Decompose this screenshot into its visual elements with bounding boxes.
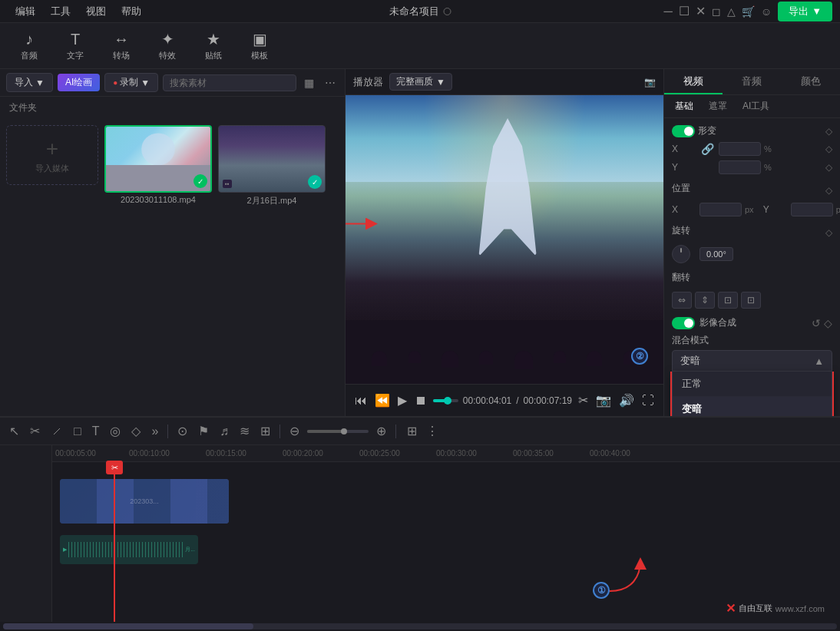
timeline-tool-mark[interactable]: ⚑ [195,424,212,438]
transform-x-reset[interactable]: ◇ [825,144,832,154]
position-header-row: 位置 ◇ [672,182,832,198]
timeline-tool-circle[interactable]: ◎ [107,424,124,438]
timeline-tool-diamond[interactable]: ◇ [128,424,144,438]
media-grid: + 导入媒体 ✓ 202303011108.mp4 [0,119,345,416]
transform-label: 形变 [698,124,822,137]
menu-item-help[interactable]: 帮助 [114,5,149,18]
timeline-scrollbar[interactable] [3,623,837,629]
preview-arrow [346,215,378,236]
tl-sep-1 [167,425,168,438]
rotation-header-row: 旋转 ◇ [672,224,832,240]
ai-btn-label: AI绘画 [65,77,92,88]
flip-4-button[interactable]: ⊡ [741,292,761,309]
zoom-slider[interactable] [307,430,369,433]
flip-3-button[interactable]: ⊡ [718,292,738,309]
step-back-button[interactable]: ⏪ [373,393,392,408]
link-icon[interactable]: 🔗 [701,143,714,155]
tool-templates[interactable]: ▣ 模板 [238,27,281,65]
subtab-mask[interactable]: 遮罩 [704,98,732,114]
subtab-ai[interactable]: AI工具 [738,98,774,114]
stop-button[interactable]: ⏹ [413,394,428,408]
blend-toggle[interactable] [672,317,695,329]
import-button[interactable]: 导入 ▼ [6,73,53,92]
position-reset-icon[interactable]: ◇ [825,185,832,196]
crop-button[interactable]: ✂ [577,393,590,408]
tool-transition[interactable]: ↔ 转场 [100,27,143,65]
close-icon[interactable]: ✕ [696,4,706,18]
more-icon[interactable]: ⋯ [322,77,339,89]
timeline-tool-rect[interactable]: □ [71,425,84,438]
tool-text[interactable]: T 文字 [54,27,97,65]
rotation-dial[interactable] [672,245,690,263]
audio-waveform-vis [68,542,184,557]
tool-effects[interactable]: ✦ 特效 [146,27,189,65]
timeline-tool-cut[interactable]: ✂ [27,424,43,438]
skip-back-button[interactable]: ⏮ [353,394,369,408]
tab-color[interactable]: 颜色 [782,69,840,94]
filter-icon[interactable]: ▦ [301,77,317,89]
transform-y-reset[interactable]: ◇ [825,162,832,173]
snapshot-button[interactable]: 📷 [594,393,613,408]
blend-more-icon[interactable]: ◇ [824,317,832,329]
menu-item-edit[interactable]: 编辑 [8,5,43,18]
timeline-tool-plus[interactable]: ⊕ [373,424,389,438]
audio-track[interactable]: ▶ 月... [60,535,198,564]
record-button[interactable]: ● 录制 ▼ [104,73,158,92]
video-preview: ② [346,95,663,384]
search-input[interactable] [163,74,296,91]
timeline-tool-text[interactable]: T [89,425,103,438]
pos-x-input[interactable]: 0.00 [699,203,742,216]
pos-y-input[interactable]: 0.00 [791,203,833,216]
progress-bar[interactable] [433,399,458,402]
transform-y-input[interactable]: 100.00 [719,160,761,174]
volume-button[interactable]: 🔊 [617,393,636,408]
timeline-tool-arrow[interactable]: ↖ [6,424,22,438]
timeline-tool-snap[interactable]: ⊙ [174,424,190,438]
window-icon-1: ◻ [712,5,721,18]
flip-section: 翻转 ⇔ ⇕ ⊡ ⊡ [672,271,832,309]
timeline-tool-audio[interactable]: ♬ [217,425,232,438]
ai-paint-button[interactable]: AI绘画 [58,74,100,91]
grid-view-button[interactable]: ⊞ [407,424,417,438]
video-background: ② [346,95,663,384]
rotation-section: 旋转 ◇ 0.00° [672,224,832,263]
subtab-basic[interactable]: 基础 [670,98,698,114]
tab-video[interactable]: 视频 [664,69,723,94]
media-item-1[interactable]: ✓ 202303011108.mp4 [104,125,212,410]
transform-toggle[interactable] [672,125,695,137]
time-separator: / [516,395,518,406]
blend-dropdown-trigger[interactable]: 变暗 ▲ [672,350,832,372]
blend-option-normal[interactable]: 正常 [673,372,832,397]
blend-option-darken[interactable]: 变暗 [673,397,832,416]
timeline-tool-more[interactable]: » [148,425,161,438]
timeline-tool-minus[interactable]: ⊖ [286,424,303,438]
fullscreen-button[interactable]: ⛶ [640,394,656,408]
time-current: 00:00:04:01 [463,395,511,406]
video-track-1[interactable]: 202303... [60,479,229,524]
transform-x-input[interactable]: 100.00 [719,142,761,156]
timeline-tool-grid[interactable]: ≋ [236,424,253,438]
tool-stickers[interactable]: ★ 贴纸 [192,27,235,65]
quality-select[interactable]: 完整画质 ▼ [389,73,452,91]
maximize-icon[interactable]: ☐ [679,4,690,18]
timeline-ruler: 00:00:05:00 00:00:10:00 00:00:15:00 00:0… [52,445,840,462]
more-options-button[interactable]: ⋮ [426,424,438,438]
flip-v-button[interactable]: ⇕ [695,292,715,309]
blend-reset-icon[interactable]: ↺ [812,317,821,329]
timeline-tool-split[interactable]: ⊞ [257,424,273,438]
flip-h-button[interactable]: ⇔ [672,292,692,309]
export-button[interactable]: 导出 ▼ [778,2,832,21]
transform-reset-icon[interactable]: ◇ [825,126,832,137]
rotation-reset-icon[interactable]: ◇ [825,227,832,238]
add-media-button[interactable]: + 导入媒体 [6,125,98,185]
play-button[interactable]: ▶ [396,393,408,408]
tool-audio[interactable]: ♪ 音频 [8,27,51,65]
timeline-tool-select[interactable]: ⟋ [48,425,66,438]
tab-audio[interactable]: 音频 [723,69,781,94]
transform-header-row: 形变 ◇ [672,124,832,137]
preview-image-icon[interactable]: 📷 [644,77,656,88]
menu-item-tools[interactable]: 工具 [43,5,78,18]
menu-item-view[interactable]: 视图 [78,5,114,18]
minimize-icon[interactable]: ─ [663,5,672,18]
media-item-2[interactable]: ▪▪ ✓ 2月16日.mp4 [218,125,326,410]
